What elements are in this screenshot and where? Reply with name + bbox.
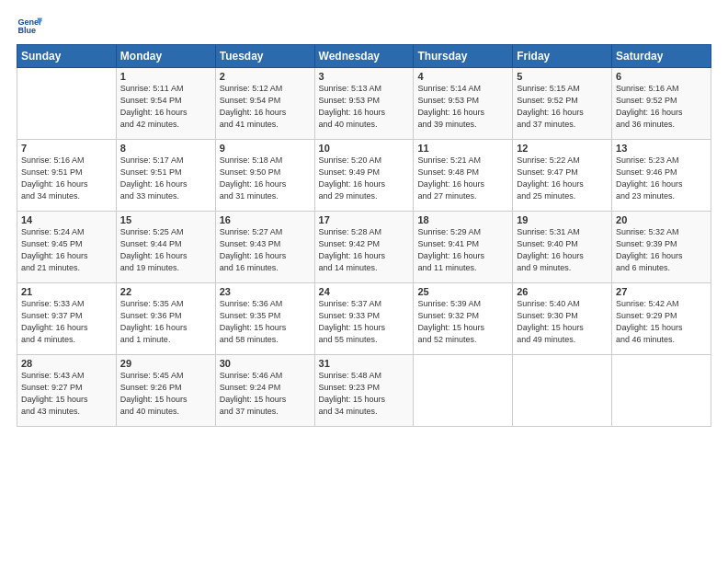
- day-cell: 15Sunrise: 5:25 AM Sunset: 9:44 PM Dayli…: [116, 212, 215, 283]
- day-number: 4: [417, 71, 508, 82]
- day-info: Sunrise: 5:16 AM Sunset: 9:52 PM Dayligh…: [616, 83, 707, 131]
- day-info: Sunrise: 5:14 AM Sunset: 9:53 PM Dayligh…: [417, 83, 508, 131]
- day-info: Sunrise: 5:37 AM Sunset: 9:33 PM Dayligh…: [319, 298, 410, 346]
- day-info: Sunrise: 5:36 AM Sunset: 9:35 PM Dayligh…: [220, 298, 311, 346]
- day-cell: 16Sunrise: 5:27 AM Sunset: 9:43 PM Dayli…: [215, 212, 314, 283]
- day-number: 16: [220, 214, 311, 225]
- day-cell: 29Sunrise: 5:45 AM Sunset: 9:26 PM Dayli…: [116, 355, 215, 427]
- day-info: Sunrise: 5:31 AM Sunset: 9:40 PM Dayligh…: [517, 226, 608, 274]
- calendar-header-row: SundayMondayTuesdayWednesdayThursdayFrid…: [17, 45, 711, 68]
- header-cell-sunday: Sunday: [17, 45, 117, 68]
- day-cell: 10Sunrise: 5:20 AM Sunset: 9:49 PM Dayli…: [314, 140, 414, 212]
- day-info: Sunrise: 5:39 AM Sunset: 9:32 PM Dayligh…: [417, 298, 508, 346]
- day-number: 12: [517, 143, 608, 154]
- day-cell: 1Sunrise: 5:11 AM Sunset: 9:54 PM Daylig…: [116, 68, 215, 140]
- day-info: Sunrise: 5:45 AM Sunset: 9:26 PM Dayligh…: [120, 370, 211, 418]
- day-cell: [17, 68, 117, 140]
- header-cell-thursday: Thursday: [414, 45, 513, 68]
- day-info: Sunrise: 5:32 AM Sunset: 9:39 PM Dayligh…: [616, 226, 707, 274]
- day-number: 24: [319, 286, 410, 297]
- day-number: 26: [517, 286, 608, 297]
- day-cell: [513, 355, 612, 427]
- day-cell: 25Sunrise: 5:39 AM Sunset: 9:32 PM Dayli…: [414, 283, 513, 355]
- day-cell: 2Sunrise: 5:12 AM Sunset: 9:54 PM Daylig…: [215, 68, 314, 140]
- day-info: Sunrise: 5:42 AM Sunset: 9:29 PM Dayligh…: [616, 298, 707, 346]
- day-info: Sunrise: 5:11 AM Sunset: 9:54 PM Dayligh…: [120, 83, 211, 131]
- day-number: 28: [21, 358, 112, 369]
- day-number: 17: [319, 214, 410, 225]
- day-cell: [414, 355, 513, 427]
- day-info: Sunrise: 5:33 AM Sunset: 9:37 PM Dayligh…: [21, 298, 112, 346]
- header-cell-saturday: Saturday: [612, 45, 711, 68]
- day-info: Sunrise: 5:28 AM Sunset: 9:42 PM Dayligh…: [319, 226, 410, 274]
- page: General Blue SundayMondayTuesdayWednesda…: [0, 0, 728, 563]
- day-number: 14: [21, 214, 112, 225]
- day-cell: 26Sunrise: 5:40 AM Sunset: 9:30 PM Dayli…: [513, 283, 612, 355]
- day-info: Sunrise: 5:46 AM Sunset: 9:24 PM Dayligh…: [220, 370, 311, 418]
- day-cell: 3Sunrise: 5:13 AM Sunset: 9:53 PM Daylig…: [314, 68, 414, 140]
- day-number: 22: [120, 286, 211, 297]
- day-number: 13: [616, 143, 707, 154]
- week-row-5: 28Sunrise: 5:43 AM Sunset: 9:27 PM Dayli…: [17, 355, 711, 427]
- logo: General Blue: [17, 13, 42, 39]
- day-cell: 30Sunrise: 5:46 AM Sunset: 9:24 PM Dayli…: [215, 355, 314, 427]
- day-number: 6: [616, 71, 707, 82]
- calendar-table: SundayMondayTuesdayWednesdayThursdayFrid…: [17, 44, 711, 427]
- day-cell: 20Sunrise: 5:32 AM Sunset: 9:39 PM Dayli…: [612, 212, 711, 283]
- day-info: Sunrise: 5:43 AM Sunset: 9:27 PM Dayligh…: [21, 370, 112, 418]
- day-cell: 9Sunrise: 5:18 AM Sunset: 9:50 PM Daylig…: [215, 140, 314, 212]
- day-cell: [612, 355, 711, 427]
- day-number: 29: [120, 358, 211, 369]
- day-cell: 21Sunrise: 5:33 AM Sunset: 9:37 PM Dayli…: [17, 283, 117, 355]
- day-cell: 11Sunrise: 5:21 AM Sunset: 9:48 PM Dayli…: [414, 140, 513, 212]
- day-info: Sunrise: 5:16 AM Sunset: 9:51 PM Dayligh…: [21, 155, 112, 202]
- day-number: 1: [120, 71, 211, 82]
- day-number: 19: [517, 214, 608, 225]
- header-cell-tuesday: Tuesday: [215, 45, 314, 68]
- logo-icon: General Blue: [17, 13, 42, 39]
- day-info: Sunrise: 5:40 AM Sunset: 9:30 PM Dayligh…: [517, 298, 608, 346]
- day-cell: 7Sunrise: 5:16 AM Sunset: 9:51 PM Daylig…: [17, 140, 117, 212]
- svg-text:Blue: Blue: [17, 26, 36, 35]
- day-info: Sunrise: 5:21 AM Sunset: 9:48 PM Dayligh…: [417, 155, 508, 202]
- day-cell: 12Sunrise: 5:22 AM Sunset: 9:47 PM Dayli…: [513, 140, 612, 212]
- day-info: Sunrise: 5:22 AM Sunset: 9:47 PM Dayligh…: [517, 155, 608, 202]
- day-cell: 17Sunrise: 5:28 AM Sunset: 9:42 PM Dayli…: [314, 212, 414, 283]
- day-number: 21: [21, 286, 112, 297]
- day-info: Sunrise: 5:23 AM Sunset: 9:46 PM Dayligh…: [616, 155, 707, 202]
- day-number: 15: [120, 214, 211, 225]
- day-number: 2: [220, 71, 311, 82]
- day-info: Sunrise: 5:20 AM Sunset: 9:49 PM Dayligh…: [319, 155, 410, 202]
- day-cell: 24Sunrise: 5:37 AM Sunset: 9:33 PM Dayli…: [314, 283, 414, 355]
- day-info: Sunrise: 5:25 AM Sunset: 9:44 PM Dayligh…: [120, 226, 211, 274]
- week-row-4: 21Sunrise: 5:33 AM Sunset: 9:37 PM Dayli…: [17, 283, 711, 355]
- day-number: 31: [319, 358, 410, 369]
- day-cell: 23Sunrise: 5:36 AM Sunset: 9:35 PM Dayli…: [215, 283, 314, 355]
- day-number: 11: [417, 143, 508, 154]
- day-number: 7: [21, 143, 112, 154]
- day-cell: 13Sunrise: 5:23 AM Sunset: 9:46 PM Dayli…: [612, 140, 711, 212]
- day-number: 9: [220, 143, 311, 154]
- day-cell: 31Sunrise: 5:48 AM Sunset: 9:23 PM Dayli…: [314, 355, 414, 427]
- day-cell: 6Sunrise: 5:16 AM Sunset: 9:52 PM Daylig…: [612, 68, 711, 140]
- day-info: Sunrise: 5:27 AM Sunset: 9:43 PM Dayligh…: [220, 226, 311, 274]
- day-cell: 4Sunrise: 5:14 AM Sunset: 9:53 PM Daylig…: [414, 68, 513, 140]
- day-cell: 8Sunrise: 5:17 AM Sunset: 9:51 PM Daylig…: [116, 140, 215, 212]
- day-cell: 5Sunrise: 5:15 AM Sunset: 9:52 PM Daylig…: [513, 68, 612, 140]
- day-cell: 27Sunrise: 5:42 AM Sunset: 9:29 PM Dayli…: [612, 283, 711, 355]
- day-number: 10: [319, 143, 410, 154]
- day-cell: 22Sunrise: 5:35 AM Sunset: 9:36 PM Dayli…: [116, 283, 215, 355]
- day-info: Sunrise: 5:29 AM Sunset: 9:41 PM Dayligh…: [417, 226, 508, 274]
- day-info: Sunrise: 5:35 AM Sunset: 9:36 PM Dayligh…: [120, 298, 211, 346]
- day-cell: 19Sunrise: 5:31 AM Sunset: 9:40 PM Dayli…: [513, 212, 612, 283]
- day-number: 18: [417, 214, 508, 225]
- day-number: 25: [417, 286, 508, 297]
- day-info: Sunrise: 5:12 AM Sunset: 9:54 PM Dayligh…: [220, 83, 311, 131]
- day-number: 8: [120, 143, 211, 154]
- day-number: 20: [616, 214, 707, 225]
- day-number: 5: [517, 71, 608, 82]
- day-number: 3: [319, 71, 410, 82]
- day-info: Sunrise: 5:18 AM Sunset: 9:50 PM Dayligh…: [220, 155, 311, 202]
- day-info: Sunrise: 5:15 AM Sunset: 9:52 PM Dayligh…: [517, 83, 608, 131]
- day-cell: 28Sunrise: 5:43 AM Sunset: 9:27 PM Dayli…: [17, 355, 117, 427]
